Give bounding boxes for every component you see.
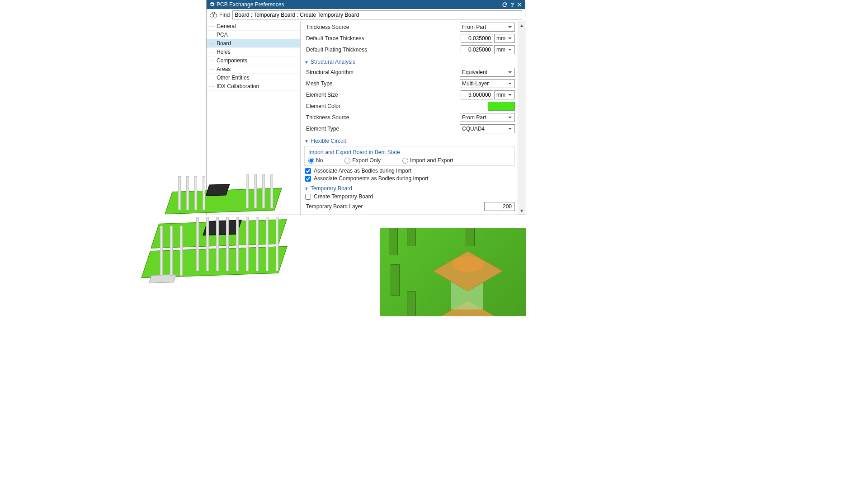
- dd-element-type[interactable]: CQUAD4: [460, 124, 515, 133]
- tree-item-general[interactable]: General: [207, 22, 300, 31]
- scroll-down-icon[interactable]: ▾: [518, 206, 525, 215]
- settings-content: Thickness Source From Part Default Trace…: [301, 21, 518, 215]
- section-temporary[interactable]: ▼ Temporary Board: [304, 185, 515, 192]
- svg-point-1: [213, 14, 217, 17]
- via-detail-preview: [380, 228, 526, 316]
- label-thickness-source: Thickness Source: [304, 24, 460, 30]
- section-structural[interactable]: ▼ Structural Analysis: [304, 59, 515, 65]
- input-default-plating[interactable]: [461, 45, 493, 54]
- collapse-icon: ▼: [304, 186, 309, 191]
- radio-no[interactable]: No: [308, 157, 323, 164]
- help-icon[interactable]: ?: [510, 1, 514, 8]
- tree-item-idx[interactable]: IDX Collaboration: [207, 82, 300, 91]
- window-title: PCB Exchange Preferences: [217, 1, 284, 8]
- dd-struct-thickness-source[interactable]: From Part: [460, 113, 515, 122]
- dd-plating-unit[interactable]: mm: [494, 45, 515, 54]
- input-element-size[interactable]: [461, 90, 493, 99]
- section-flexible[interactable]: ▼ Flexible Circuit: [304, 138, 515, 144]
- tree-item-components[interactable]: Components: [207, 56, 300, 65]
- label-mesh-type: Mesh Type: [304, 80, 460, 87]
- radio-export-only[interactable]: Export Only: [344, 157, 381, 164]
- label-temp-layer: Temporary Board Layer: [304, 203, 484, 210]
- dd-algorithm[interactable]: Equivalent: [460, 68, 515, 77]
- gear-icon: [209, 2, 215, 7]
- label-algorithm: Structural Algorithm: [304, 69, 460, 75]
- tree-item-board[interactable]: Board: [207, 39, 300, 48]
- close-icon[interactable]: [517, 2, 522, 7]
- chk-associate-components[interactable]: Associate Components as Bodies during Im…: [305, 175, 515, 182]
- tree-item-other[interactable]: Other Entities: [207, 74, 300, 82]
- find-label: Find: [219, 12, 230, 18]
- find-input[interactable]: [232, 10, 522, 19]
- dd-thickness-source[interactable]: From Part: [460, 23, 515, 32]
- dd-mesh-type[interactable]: Multi-Layer: [460, 79, 515, 88]
- dd-element-size-unit[interactable]: mm: [494, 90, 515, 99]
- chk-associate-areas[interactable]: Associate Areas as Bodies during Import: [305, 168, 515, 174]
- pcb-3d-preview: [128, 172, 298, 298]
- group-title: Import and Export Board in Bent State: [308, 149, 511, 155]
- color-picker-element[interactable]: [488, 102, 515, 111]
- radio-import-export[interactable]: Import and Export: [402, 157, 453, 164]
- tree-item-pca[interactable]: PCA: [207, 31, 300, 39]
- input-default-trace[interactable]: [461, 34, 493, 43]
- collapse-icon: ▼: [304, 60, 309, 65]
- label-default-trace: Default Trace Thickness: [304, 35, 461, 42]
- tree-item-areas[interactable]: Areas: [207, 65, 300, 74]
- titlebar: PCB Exchange Preferences ?: [207, 0, 525, 9]
- collapse-icon: ▼: [304, 139, 309, 144]
- binoculars-icon: [209, 11, 217, 19]
- find-bar: Find: [207, 9, 525, 21]
- label-element-type: Element Type: [304, 126, 460, 132]
- scrollbar[interactable]: ▴ ▾: [518, 21, 525, 215]
- group-bent-state: Import and Export Board in Bent State No…: [304, 146, 515, 166]
- svg-point-0: [210, 14, 214, 17]
- label-default-plating: Default Plating Thickness: [304, 47, 461, 53]
- chk-create-temp-board[interactable]: Create Temporary Board: [305, 193, 515, 200]
- reset-icon[interactable]: [502, 2, 508, 8]
- input-temp-layer[interactable]: [484, 202, 515, 211]
- tree-item-holes[interactable]: Holes: [207, 48, 300, 56]
- label-element-size: Element Size: [304, 92, 461, 98]
- dd-trace-unit[interactable]: mm: [494, 34, 515, 43]
- label-struct-thickness-source: Thickness Source: [304, 114, 460, 121]
- label-element-color: Element Color: [304, 103, 488, 109]
- scroll-up-icon[interactable]: ▴: [518, 21, 525, 29]
